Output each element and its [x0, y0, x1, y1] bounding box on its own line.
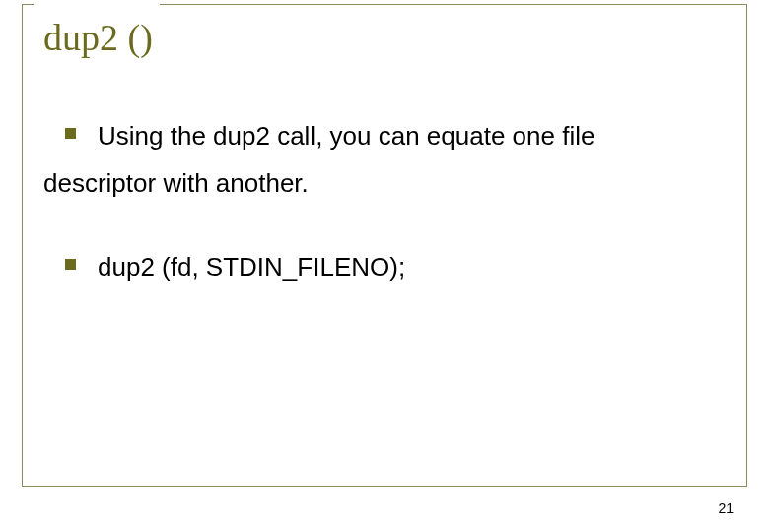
- page-number: 21: [718, 500, 734, 516]
- bullet-item: Using the dup2 call, you can equate one …: [43, 118, 726, 202]
- slide: dup2 () Using the dup2 call, you can equ…: [0, 0, 769, 532]
- bullet-item: dup2 (fd, STDIN_FILENO);: [43, 249, 726, 285]
- bullet-text-line: dup2 (fd, STDIN_FILENO);: [98, 249, 405, 285]
- frame-top-left-segment: [22, 4, 34, 5]
- bullet-text-continuation: descriptor with another.: [43, 166, 726, 201]
- bullet-square-icon: [65, 259, 76, 270]
- bullet-text-line: Using the dup2 call, you can equate one …: [98, 118, 594, 154]
- frame-top-right-segment: [160, 4, 747, 5]
- bullet-square-icon: [65, 128, 76, 139]
- slide-title: dup2 (): [43, 16, 159, 59]
- slide-content: Using the dup2 call, you can equate one …: [43, 118, 726, 332]
